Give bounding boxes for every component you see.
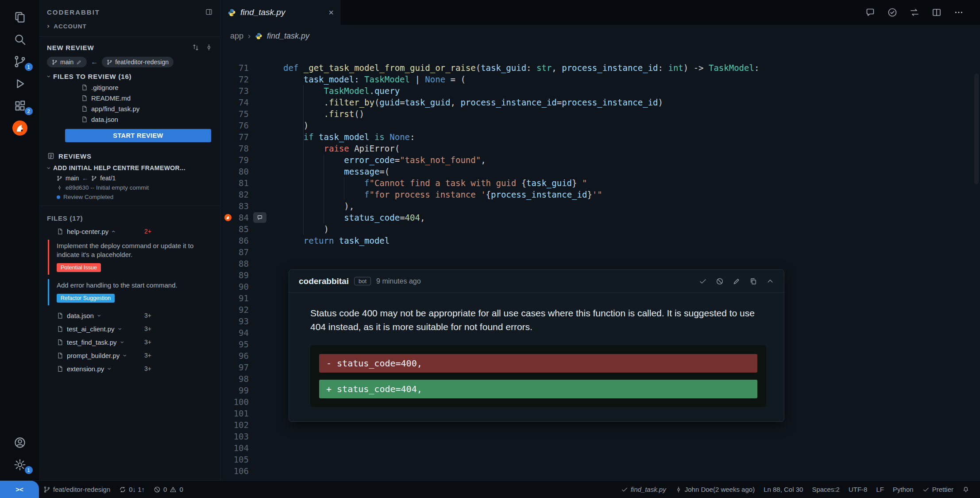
breadcrumb-folder[interactable]: app xyxy=(230,31,243,41)
source-control-icon[interactable]: 1 xyxy=(0,51,40,73)
comments-icon[interactable] xyxy=(865,7,876,18)
gutter[interactable]: 71 xyxy=(220,62,283,74)
eol-indicator[interactable]: LF xyxy=(872,481,888,498)
expanded-file-row[interactable]: help-center.py › 2+ xyxy=(57,226,151,237)
problems-indicator[interactable]: 0 0 xyxy=(149,481,188,498)
gutter[interactable]: 82 xyxy=(220,189,283,200)
file-comment[interactable]: Implement the deploy command or update i… xyxy=(48,240,204,275)
gutter[interactable]: 91 xyxy=(220,292,283,304)
branch-icon xyxy=(107,59,112,65)
file-row[interactable]: extension.py›3+ xyxy=(57,363,151,374)
gutter[interactable]: 72 xyxy=(220,74,283,85)
file-row[interactable]: data.json›3+ xyxy=(57,310,151,321)
sync-indicator[interactable]: 0↓ 1↑ xyxy=(115,481,149,498)
gutter[interactable]: 98 xyxy=(220,373,283,385)
gutter[interactable]: 74 xyxy=(220,97,283,108)
more-actions-icon[interactable] xyxy=(953,7,964,18)
gutter-comment-icon[interactable] xyxy=(253,212,266,223)
gutter[interactable]: 90 xyxy=(220,281,283,292)
tab-find-task[interactable]: find_task.py × xyxy=(220,0,341,25)
line-number: 101 xyxy=(220,408,249,419)
branch-indicator[interactable]: feat/editor-redesign xyxy=(39,481,115,498)
gutter[interactable]: 101 xyxy=(220,408,283,419)
gutter[interactable]: 89 xyxy=(220,269,283,281)
gutter[interactable]: 99 xyxy=(220,385,283,396)
compare-changes-icon[interactable] xyxy=(909,7,920,18)
breadcrumb-file[interactable]: find_task.py xyxy=(267,31,309,41)
chevron-right-icon: › xyxy=(47,23,50,30)
gutter[interactable]: 83 xyxy=(220,200,283,212)
edit-suggestion-icon[interactable] xyxy=(733,277,741,285)
resolve-check-icon[interactable] xyxy=(699,277,707,285)
gutter[interactable]: 105 xyxy=(220,454,283,465)
swap-branches-icon[interactable] xyxy=(192,43,200,51)
indentation-indicator[interactable]: Spaces:2 xyxy=(807,481,844,498)
gutter[interactable]: 76 xyxy=(220,120,283,131)
review-item-header[interactable]: › ADD INITIAL HELP CENTRE FRAMEWOR... xyxy=(40,162,220,173)
review-file-item[interactable]: .gitignore xyxy=(40,82,220,93)
gutter[interactable]: 103 xyxy=(220,431,283,442)
gutter[interactable]: 100 xyxy=(220,396,283,408)
run-debug-icon[interactable] xyxy=(0,73,40,95)
gutter[interactable]: 93 xyxy=(220,315,283,327)
split-editor-icon[interactable] xyxy=(931,7,942,18)
gutter[interactable]: 97 xyxy=(220,362,283,373)
account-icon[interactable] xyxy=(0,432,40,454)
file-row[interactable]: prompt_builder.py›3+ xyxy=(57,350,151,361)
gutter[interactable]: 84 xyxy=(220,212,283,223)
file-row[interactable]: test_ai_client.py›3+ xyxy=(57,323,151,335)
review-file-item[interactable]: README.md xyxy=(40,93,220,103)
breadcrumb[interactable]: app › find_task.py xyxy=(220,25,980,47)
gutter[interactable]: 78 xyxy=(220,143,283,154)
coderabbit-icon[interactable] xyxy=(0,117,40,139)
ignore-icon[interactable] xyxy=(716,277,724,285)
gutter[interactable]: 85 xyxy=(220,223,283,235)
account-section-header[interactable]: › ACCOUNT xyxy=(40,20,220,32)
gutter[interactable]: 87 xyxy=(220,246,283,258)
explorer-icon[interactable] xyxy=(0,6,40,28)
gutter[interactable]: 104 xyxy=(220,442,283,454)
gutter[interactable]: 92 xyxy=(220,304,283,315)
commit-icon[interactable] xyxy=(205,43,213,51)
collapse-chevron-icon[interactable] xyxy=(766,277,774,285)
gutter[interactable]: 106 xyxy=(220,465,283,477)
gutter[interactable]: 80 xyxy=(220,166,283,177)
gutter[interactable]: 102 xyxy=(220,419,283,431)
gutter[interactable]: 94 xyxy=(220,327,283,338)
start-review-button[interactable]: START REVIEW xyxy=(65,129,211,142)
gutter[interactable]: 86 xyxy=(220,235,283,246)
close-icon[interactable]: × xyxy=(328,8,334,17)
gutter[interactable]: 95 xyxy=(220,338,283,350)
blame-indicator[interactable]: John Doe(2 weeks ago) xyxy=(671,481,759,498)
file-comment[interactable]: Add error handling to the start command.… xyxy=(48,279,204,305)
review-file-item[interactable]: app/find_task.py xyxy=(40,103,220,114)
search-icon[interactable] xyxy=(0,28,40,51)
review-file-item[interactable]: data.json xyxy=(40,114,220,124)
remote-indicator[interactable]: >< xyxy=(0,481,39,498)
language-mode[interactable]: Python xyxy=(888,481,918,498)
file-check-indicator[interactable]: find_task.py xyxy=(617,481,671,498)
cursor-position[interactable]: Ln 88, Col 30 xyxy=(759,481,807,498)
file-comments: Implement the deploy command or update i… xyxy=(40,240,220,305)
formatter-indicator[interactable]: Prettier xyxy=(918,481,958,498)
panel-layout-icon[interactable] xyxy=(205,8,213,16)
review-check-icon[interactable] xyxy=(887,7,898,18)
edit-branch-icon[interactable] xyxy=(76,59,82,65)
gutter[interactable]: 77 xyxy=(220,131,283,143)
gutter[interactable]: 81 xyxy=(220,177,283,189)
files-to-review-header[interactable]: › FILES TO REVIEW (16) xyxy=(40,70,220,82)
gutter[interactable]: 73 xyxy=(220,85,283,97)
target-branch-pill[interactable]: feat/editor-redesign xyxy=(102,57,174,67)
encoding-indicator[interactable]: UTF-8 xyxy=(844,481,872,498)
base-branch-pill[interactable]: main xyxy=(47,57,87,67)
gutter[interactable]: 88 xyxy=(220,258,283,269)
copy-icon[interactable] xyxy=(749,277,757,285)
gutter[interactable]: 96 xyxy=(220,350,283,362)
gutter[interactable]: 75 xyxy=(220,108,283,120)
file-row[interactable]: test_find_task.py›3+ xyxy=(57,336,151,348)
gutter[interactable]: 79 xyxy=(220,154,283,166)
reviews-header[interactable]: REVIEWS xyxy=(40,148,220,162)
settings-gear-icon[interactable]: 1 xyxy=(0,454,40,476)
notifications-bell-icon[interactable] xyxy=(958,481,974,498)
extensions-icon[interactable]: 2 xyxy=(0,95,40,117)
